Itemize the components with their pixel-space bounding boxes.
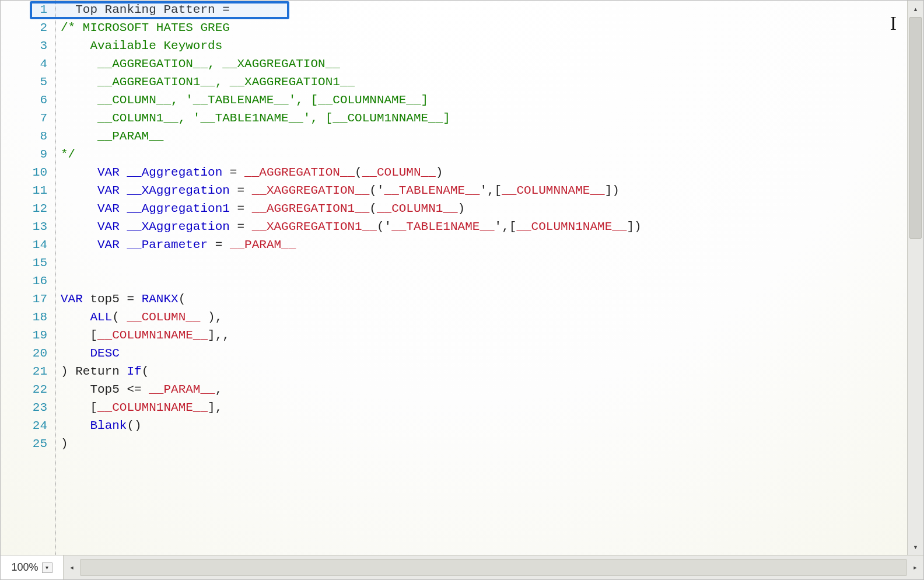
code-line[interactable]: /* MICROSOFT HATES GREG [56, 19, 907, 37]
vertical-scrollbar[interactable]: ▴ ▾ [907, 1, 923, 555]
line-number: 22 [1, 380, 47, 399]
code-token: __AGGREGATION__ [244, 166, 355, 179]
code-token: __AGGREGATION__, __XAGGREGATION__ [61, 57, 340, 71]
code-line[interactable]: __COLUMN__, '__TABLENAME__', [__COLUMNNA… [56, 91, 907, 109]
code-token: ( [178, 292, 186, 306]
code-line[interactable]: __AGGREGATION__, __XAGGREGATION__ [56, 55, 907, 73]
code-line[interactable]: __AGGREGATION1__, __XAGGREGATION1__ [56, 73, 907, 91]
code-line[interactable]: */ [56, 145, 907, 163]
scroll-left-arrow-icon[interactable]: ◂ [64, 555, 80, 579]
code-token: ',[ [480, 184, 502, 197]
code-token: ( [355, 166, 362, 179]
code-token: If [127, 365, 141, 378]
code-token: __COLUMN1__, '__TABLE1NAME__', [__COLUM1… [61, 111, 450, 125]
code-token: __COLUMN1NAME__ [97, 329, 208, 342]
code-token: __COLUMN__ [362, 166, 436, 179]
code-token: ), [200, 310, 222, 324]
editor-viewport[interactable]: 1234567891011121314151617181920212223242… [1, 1, 907, 555]
code-token: __TABLE1NAME__ [391, 220, 494, 233]
editor-bottom-bar: 100% ▾ ◂ ▸ [1, 555, 923, 579]
scroll-down-arrow-icon[interactable]: ▾ [908, 539, 923, 555]
code-token: __Aggregation1 [127, 202, 229, 215]
code-token: ) [458, 202, 466, 215]
code-token [120, 238, 127, 251]
code-line[interactable]: ALL( __COLUMN__ ), [56, 308, 907, 326]
code-token: Top5 <= [61, 383, 149, 396]
code-token: __COLUMNNAME__ [502, 184, 604, 197]
line-number: 14 [1, 236, 47, 254]
code-line[interactable]: Top5 <= __PARAM__, [56, 380, 907, 399]
zoom-level-selector[interactable]: 100% ▾ [1, 555, 64, 579]
code-line[interactable]: [__COLUMN1NAME__],, [56, 326, 907, 344]
line-number: 12 [1, 200, 47, 218]
code-line[interactable]: Blank() [56, 417, 907, 435]
code-token: __COLUMN__ [127, 310, 200, 324]
line-number: 23 [1, 399, 47, 417]
line-number: 10 [1, 163, 47, 181]
code-line[interactable]: VAR __Aggregation1 = __AGGREGATION1__(__… [56, 200, 907, 218]
code-token: = [230, 184, 252, 197]
code-token: __TABLENAME__ [384, 184, 480, 197]
code-token [61, 238, 97, 251]
line-number: 2 [1, 19, 47, 37]
code-token: = [230, 220, 252, 233]
scroll-up-arrow-icon[interactable]: ▴ [908, 1, 923, 17]
code-token: __Parameter [127, 238, 208, 251]
code-token: */ [61, 148, 75, 161]
code-line[interactable]: VAR __XAggregation = __XAGGREGATION__('_… [56, 181, 907, 200]
code-token [61, 184, 97, 197]
vertical-scroll-track[interactable] [908, 17, 923, 539]
line-number: 25 [1, 435, 47, 453]
line-number: 16 [1, 272, 47, 290]
code-line[interactable]: [__COLUMN1NAME__], [56, 399, 907, 417]
horizontal-scroll-thumb[interactable] [80, 559, 907, 576]
zoom-dropdown-icon[interactable]: ▾ [42, 562, 52, 573]
code-token: __COLUMN1NAME__ [97, 401, 208, 414]
code-token [120, 202, 127, 215]
code-line[interactable]: __PARAM__ [56, 127, 907, 145]
code-line[interactable]: VAR __Aggregation = __AGGREGATION__(__CO… [56, 163, 907, 181]
horizontal-scroll-track[interactable] [80, 559, 907, 576]
code-line[interactable] [56, 272, 907, 290]
code-token [61, 310, 90, 324]
code-line[interactable]: VAR __XAggregation = __XAGGREGATION1__('… [56, 218, 907, 236]
code-line[interactable]: __COLUMN1__, '__TABLE1NAME__', [__COLUM1… [56, 109, 907, 127]
scroll-right-arrow-icon[interactable]: ▸ [907, 555, 923, 579]
code-area[interactable]: Top Ranking Pattern =/* MICROSOFT HATES … [56, 1, 907, 555]
code-line[interactable]: ) [56, 435, 907, 453]
code-line[interactable]: Top Ranking Pattern = [56, 1, 907, 19]
code-token: (' [377, 220, 391, 233]
code-line[interactable]: VAR __Parameter = __PARAM__ [56, 236, 907, 254]
code-line[interactable]: Available Keywords [56, 37, 907, 55]
code-token: , [215, 383, 223, 396]
code-token: /* MICROSOFT HATES GREG [61, 21, 230, 34]
code-token [61, 220, 97, 233]
code-line[interactable]: ) Return If( [56, 362, 907, 380]
code-token: __XAGGREGATION1__ [252, 220, 377, 233]
vertical-scroll-thumb[interactable] [909, 17, 922, 239]
line-number: 6 [1, 91, 47, 109]
code-token: __AGGREGATION1__, __XAGGREGATION1__ [61, 75, 355, 89]
code-line[interactable] [56, 254, 907, 272]
code-line[interactable]: DESC [56, 344, 907, 362]
code-token: [ [61, 401, 97, 414]
code-token: ]) [605, 184, 620, 197]
code-token: __COLUMN__, '__TABLENAME__', [__COLUMNNA… [61, 93, 428, 107]
code-token [120, 166, 127, 179]
line-number: 17 [1, 290, 47, 308]
horizontal-scrollbar[interactable]: ◂ ▸ [64, 555, 923, 579]
code-token [61, 166, 97, 179]
code-token: ], [208, 401, 222, 414]
code-line[interactable]: VAR top5 = RANKX( [56, 290, 907, 308]
line-number: 7 [1, 109, 47, 127]
code-token [61, 347, 90, 360]
code-token: VAR [97, 166, 120, 179]
code-token: ],, [208, 329, 230, 342]
code-token: Blank [90, 419, 127, 432]
code-token: VAR [97, 220, 120, 233]
line-number: 24 [1, 417, 47, 435]
code-token: ( [112, 310, 127, 324]
code-token: DESC [90, 347, 119, 360]
code-token: __PARAM__ [149, 383, 215, 396]
code-token: __Aggregation [127, 166, 222, 179]
